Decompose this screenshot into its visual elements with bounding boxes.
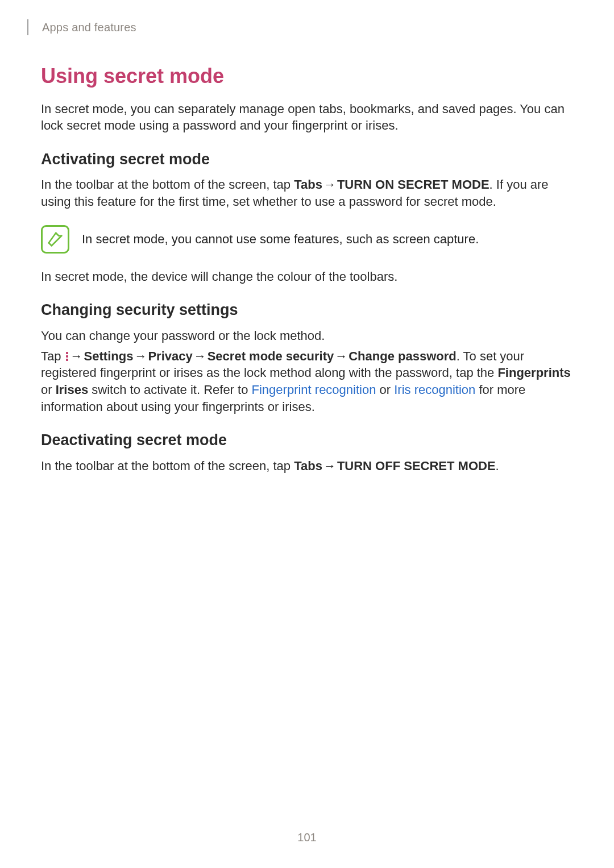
privacy-label: Privacy bbox=[148, 349, 192, 363]
text: In the toolbar at the bottom of the scre… bbox=[41, 459, 294, 473]
link-iris-recognition[interactable]: Iris recognition bbox=[394, 383, 475, 397]
text: or bbox=[376, 383, 394, 397]
tabs-label: Tabs bbox=[294, 459, 322, 473]
link-fingerprint-recognition[interactable]: Fingerprint recognition bbox=[252, 383, 376, 397]
settings-label: Settings bbox=[84, 349, 134, 363]
text: Tap bbox=[41, 349, 65, 363]
changing-paragraph-1: You can change your password or the lock… bbox=[41, 327, 573, 344]
page-number: 101 bbox=[0, 830, 614, 845]
note-icon bbox=[41, 225, 69, 254]
deactivating-paragraph: In the toolbar at the bottom of the scre… bbox=[41, 458, 573, 475]
note-callout: In secret mode, you cannot use some feat… bbox=[41, 225, 573, 254]
arrow-icon: → bbox=[133, 348, 148, 365]
heading-changing: Changing security settings bbox=[41, 300, 573, 320]
intro-paragraph: In secret mode, you can separately manag… bbox=[41, 101, 573, 134]
heading-activating: Activating secret mode bbox=[41, 149, 573, 169]
text: In the toolbar at the bottom of the scre… bbox=[41, 177, 294, 192]
text: or bbox=[41, 383, 56, 397]
more-options-icon bbox=[66, 352, 68, 361]
arrow-icon: → bbox=[322, 176, 337, 193]
arrow-icon: → bbox=[193, 348, 208, 365]
note-text: In secret mode, you cannot use some feat… bbox=[82, 231, 479, 248]
activating-paragraph-2: In secret mode, the device will change t… bbox=[41, 268, 573, 285]
changing-paragraph-2: Tap → Settings → Privacy → Secret mode s… bbox=[41, 348, 573, 416]
change-password-label: Change password bbox=[349, 349, 456, 363]
turn-off-label: TURN OFF SECRET MODE bbox=[337, 459, 496, 473]
text: . bbox=[496, 459, 499, 473]
fingerprints-label: Fingerprints bbox=[497, 366, 570, 380]
activating-paragraph-1: In the toolbar at the bottom of the scre… bbox=[41, 176, 573, 210]
tabs-label: Tabs bbox=[294, 177, 322, 192]
irises-label: Irises bbox=[56, 383, 89, 397]
page-header: Apps and features bbox=[27, 19, 573, 35]
arrow-icon: → bbox=[69, 348, 84, 365]
breadcrumb: Apps and features bbox=[42, 20, 136, 35]
text: switch to activate it. Refer to bbox=[88, 383, 251, 397]
heading-deactivating: Deactivating secret mode bbox=[41, 430, 573, 450]
arrow-icon: → bbox=[322, 458, 337, 475]
secret-mode-security-label: Secret mode security bbox=[208, 349, 334, 363]
arrow-icon: → bbox=[334, 348, 349, 365]
turn-on-label: TURN ON SECRET MODE bbox=[337, 177, 489, 192]
page-title: Using secret mode bbox=[41, 63, 573, 90]
document-page: Apps and features Using secret mode In s… bbox=[0, 0, 614, 868]
